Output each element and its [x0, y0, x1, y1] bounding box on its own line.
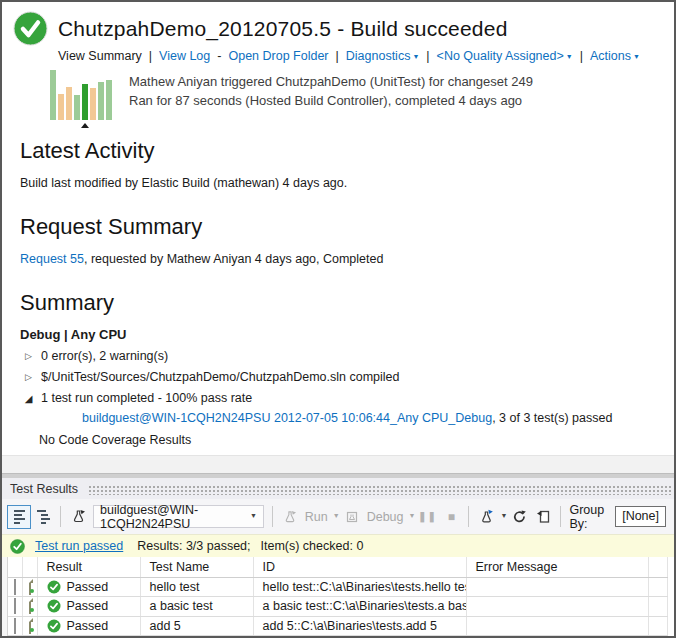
summary-heading: Summary [20, 290, 674, 316]
id-column-header[interactable]: ID [253, 557, 466, 577]
trigger-line-2: Ran for 87 seconds (Hosted Build Control… [129, 91, 533, 110]
stop-button-disabled[interactable]: ■ [439, 505, 463, 529]
build-nav: View Summary | View Log - Open Drop Fold… [58, 49, 674, 63]
trigger-line-1: Mathew Aniyan triggered ChutzpahDemo (Un… [129, 72, 533, 91]
toolbar-separator [60, 506, 61, 527]
request-summary-line: Request 55, requested by Mathew Aniyan 4… [20, 252, 674, 266]
nav-diagnostics[interactable]: Diagnostics▼ [346, 49, 420, 63]
chevron-down-icon: ▼ [500, 512, 507, 519]
request-summary-heading: Request Summary [20, 214, 674, 240]
grouped-list-view-button[interactable] [31, 505, 55, 529]
panel-title-label: Test Results [10, 482, 78, 496]
test-run-link[interactable]: buildguest@WIN-1CQH2N24PSU 2012-07-05 10… [82, 411, 492, 425]
test-name-column-header[interactable]: Test Name [140, 557, 253, 577]
summary-item-test-run[interactable]: ◢ 1 test run completed - 100% pass rate [24, 391, 674, 405]
test-document-icon [29, 598, 31, 614]
toolbar-separator [468, 506, 469, 527]
nav-quality-dropdown[interactable]: <No Quality Assigned>▼ [437, 49, 573, 63]
nav-separator: | [426, 49, 429, 63]
titlebar-grip-texture [88, 485, 671, 495]
expanded-triangle-icon[interactable]: ◢ [24, 393, 33, 404]
build-summary-window: ChutzpahDemo_20120705.5 - Build succeede… [0, 0, 676, 638]
table-row[interactable]: Passed a basic test a basic test::C:\a\B… [8, 597, 668, 617]
code-coverage-text: No Code Coverage Results [39, 433, 674, 447]
group-by-combo[interactable]: [None] [615, 506, 666, 527]
test-results-table: Result Test Name ID Error Message Passed… [8, 557, 668, 636]
table-row[interactable]: Passed add 5 add 5::C:\a\Binaries\tests.… [8, 616, 668, 636]
nav-view-log[interactable]: View Log [159, 49, 210, 63]
pause-icon: ❚❚ [418, 511, 437, 522]
page-title: ChutzpahDemo_20120705.5 - Build succeede… [58, 17, 508, 41]
row-checkbox[interactable] [14, 618, 16, 634]
id-cell: add 5::C:\a\Binaries\tests.add 5 [253, 616, 466, 636]
run-button-label[interactable]: Run [305, 510, 328, 524]
error-message-column-header[interactable]: Error Message [466, 557, 648, 577]
run-tests-button-disabled[interactable] [278, 505, 302, 529]
test-run-passed-link[interactable]: Test run passed [35, 539, 123, 553]
test-results-titlebar[interactable]: Test Results [2, 478, 674, 499]
build-summary-view: ChutzpahDemo_20120705.5 - Build succeede… [2, 2, 674, 473]
test-name-cell: hello test [140, 577, 253, 597]
latest-activity-heading: Latest Activity [20, 138, 674, 164]
chevron-down-icon: ▼ [633, 53, 640, 60]
chevron-down-icon: ▼ [250, 512, 257, 519]
summary-item-solution-compiled[interactable]: ▷ $/UnitTest/Sources/ChutzpahDemo/Chutzp… [24, 370, 674, 384]
filler-column-header [648, 557, 668, 577]
collapsed-triangle-icon[interactable]: ▷ [24, 351, 33, 361]
result-column-header[interactable]: Result [37, 557, 140, 577]
checkbox-column-header[interactable] [8, 557, 22, 577]
toolbar-separator [272, 506, 273, 527]
row-checkbox[interactable] [14, 598, 16, 614]
flat-list-icon [14, 510, 25, 524]
test-run-selector-combo[interactable]: buildguest@WIN-1CQH2N24PSU ▼ [93, 505, 264, 528]
test-run-passed-icon [10, 539, 25, 554]
summary-footer-filler [2, 455, 674, 473]
error-message-cell [466, 597, 648, 617]
result-value: Passed [67, 599, 109, 613]
nav-separator: | [580, 49, 583, 63]
test-name-cell: add 5 [140, 616, 253, 636]
chevron-down-icon: ▼ [409, 512, 416, 519]
test-document-icon [29, 618, 31, 634]
pause-button-disabled[interactable]: ❚❚ [415, 505, 439, 529]
latest-activity-text: Build last modified by Elastic Build (ma… [20, 176, 674, 190]
export-results-button[interactable] [531, 505, 555, 529]
build-history-chart [50, 70, 114, 120]
chevron-down-icon: ▼ [566, 53, 573, 60]
chevron-down-icon: ▼ [412, 53, 419, 60]
test-run-suffix: , 3 of 3 test(s) passed [492, 411, 612, 425]
row-checkbox[interactable] [14, 579, 16, 595]
grouped-list-icon [37, 510, 50, 524]
summary-item-errors-warnings[interactable]: ▷ 0 error(s), 2 warning(s) [24, 349, 674, 363]
test-results-toolbar: buildguest@WIN-1CQH2N24PSU ▼ Run ▼ Debug [2, 499, 674, 534]
test-name-cell: a basic test [140, 597, 253, 617]
test-run-detail-line: buildguest@WIN-1CQH2N24PSU 2012-07-05 10… [82, 411, 674, 425]
request-link[interactable]: Request 55 [20, 252, 84, 266]
run-selected-tests-button[interactable] [66, 505, 90, 529]
test-document-icon [29, 579, 31, 595]
flat-list-view-button[interactable] [7, 505, 31, 529]
result-value: Passed [67, 580, 109, 594]
group-by-label: Group By: [569, 503, 604, 531]
stop-icon: ■ [448, 510, 455, 524]
nav-view-summary[interactable]: View Summary [58, 49, 142, 63]
collapsed-triangle-icon[interactable]: ▷ [24, 372, 33, 382]
table-row[interactable]: Passed hello test hello test::C:\a\Binar… [8, 577, 668, 597]
run-all-tests-button[interactable] [474, 505, 498, 529]
nav-actions[interactable]: Actions▼ [590, 49, 640, 63]
passed-check-icon [47, 599, 61, 613]
test-run-statusbar: Test run passed Results: 3/3 passed; Ite… [2, 534, 674, 557]
passed-check-icon [47, 580, 61, 594]
nav-open-drop-folder[interactable]: Open Drop Folder [228, 49, 328, 63]
group-by-control: Group By: [None] [555, 503, 669, 531]
passed-check-icon [47, 619, 61, 633]
icon-column-header[interactable] [22, 557, 37, 577]
chevron-down-icon: ▼ [333, 512, 340, 519]
flask-arrow-icon [479, 509, 494, 524]
debug-tests-button-disabled[interactable] [340, 505, 364, 529]
debug-button-label[interactable]: Debug [367, 510, 404, 524]
build-title-row: ChutzpahDemo_20120705.5 - Build succeede… [12, 10, 674, 47]
refresh-button[interactable] [507, 505, 531, 529]
test-results-grid-area: Result Test Name ID Error Message Passed… [2, 557, 674, 636]
export-page-icon [536, 509, 551, 524]
